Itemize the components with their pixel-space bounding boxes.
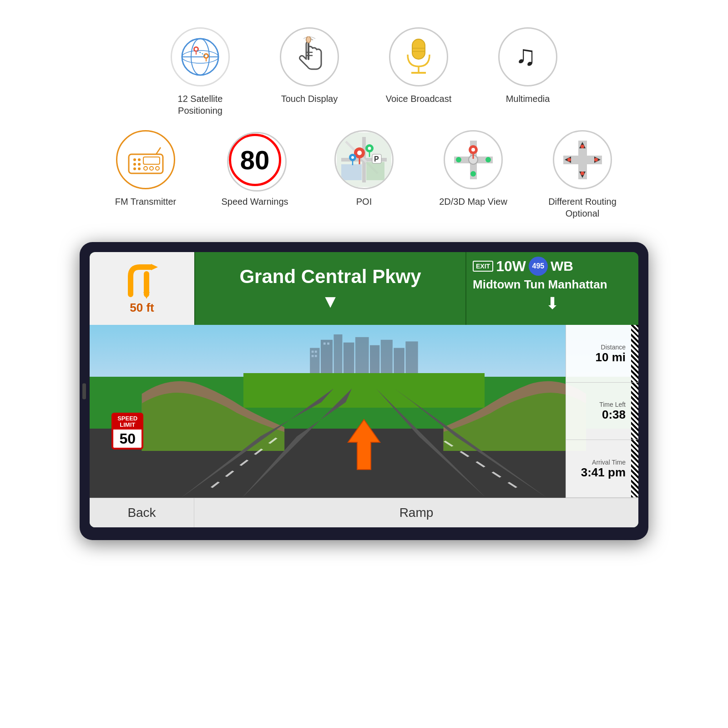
- svg-rect-69: [312, 351, 314, 353]
- satellite-label: 12 Satellite Positioning: [159, 93, 241, 116]
- road-scene-inner: SPEEDLIMIT 50 Distance 10 mi Time Left 0…: [90, 325, 638, 498]
- svg-rect-74: [327, 343, 329, 345]
- svg-rect-30: [366, 162, 384, 180]
- turn-distance: 50 ft: [130, 301, 154, 315]
- svg-point-19: [138, 158, 141, 161]
- time-left-panel: Time Left 0:38: [566, 383, 638, 440]
- svg-point-21: [138, 163, 141, 166]
- svg-point-55: [581, 172, 584, 175]
- poi-label: POI: [356, 196, 372, 207]
- arrival-value: 3:41 pm: [581, 466, 635, 479]
- svg-point-54: [581, 145, 584, 148]
- speed-limit-sign: SPEEDLIMIT 50: [111, 413, 143, 450]
- exit-arrow-down: ⬇: [473, 295, 632, 312]
- svg-line-75: [212, 436, 278, 488]
- svg-point-22: [133, 167, 136, 170]
- exit-down-arrow-icon: ⬇: [546, 295, 559, 312]
- fm-icon-circle: [116, 130, 175, 189]
- routing-label: Different Routing Optional: [541, 196, 623, 219]
- time-left-label: Time Left: [599, 401, 635, 408]
- svg-rect-11: [412, 39, 425, 59]
- svg-rect-70: [315, 351, 317, 353]
- fm-icon: [126, 145, 165, 175]
- speed-sign: 80: [229, 134, 281, 186]
- touch-label: Touch Display: [281, 93, 338, 105]
- svg-point-44: [471, 148, 475, 152]
- svg-text:♫: ♫: [515, 40, 536, 71]
- svg-point-26: [150, 167, 153, 170]
- feature-touch: Touch Display: [268, 27, 350, 116]
- music-icon: ♫: [510, 39, 546, 75]
- back-button[interactable]: Back: [90, 498, 194, 527]
- ramp-button[interactable]: Ramp: [194, 498, 638, 527]
- svg-point-5: [195, 48, 197, 51]
- voice-icon-circle: [389, 27, 448, 86]
- svg-point-18: [133, 158, 136, 161]
- highway-badge: 495: [529, 257, 548, 276]
- exit-destination: Midtown Tun Manhattan: [473, 278, 632, 292]
- info-panels: Distance 10 mi Time Left 0:38 Arrival Ti…: [566, 325, 638, 498]
- highway-number: 495: [532, 262, 545, 270]
- satellite-icon-circle: [171, 27, 230, 86]
- multimedia-label: Multimedia: [506, 93, 550, 105]
- svg-line-28: [156, 147, 161, 154]
- touch-icon-circle: [280, 27, 339, 86]
- svg-point-25: [144, 167, 147, 170]
- fm-label: FM Transmitter: [115, 196, 176, 207]
- features-section: 12 Satellite Positioning: [18, 27, 710, 219]
- distance-panel: Distance 10 mi: [566, 325, 638, 383]
- nav-bottom-bar: Back Ramp: [90, 498, 638, 527]
- map2d3d-icon-circle: [444, 130, 503, 189]
- road-scene: SPEEDLIMIT 50 Distance 10 mi Time Left 0…: [90, 325, 638, 498]
- feature-map2d3d: 2D/3D Map View: [432, 130, 514, 219]
- gps-screen: 50 ft Grand Central Pkwy ▼ EXIT 10W: [90, 252, 638, 527]
- svg-point-46: [456, 157, 461, 162]
- svg-point-47: [485, 157, 491, 162]
- navigation-arrow-icon: [341, 417, 387, 472]
- touch-icon: [291, 36, 328, 77]
- features-row-1: 12 Satellite Positioning: [18, 27, 710, 116]
- routing-icon-circle: [553, 130, 612, 189]
- turn-arrow-icon: [121, 263, 162, 299]
- nav-exit-panel: EXIT 10W 495 WB Midtown Tun Manhattan ⬇: [465, 252, 638, 325]
- nav-top-bar: 50 ft Grand Central Pkwy ▼ EXIT 10W: [90, 252, 638, 325]
- poi-icon-circle: P: [334, 130, 394, 189]
- satellite-icon: [179, 35, 222, 79]
- svg-marker-58: [151, 264, 158, 270]
- nav-road-panel: Grand Central Pkwy ▼: [194, 252, 465, 325]
- voice-label: Voice Broadcast: [386, 93, 452, 105]
- arrival-time-panel: Arrival Time 3:41 pm: [566, 440, 638, 498]
- routing-icon: [561, 138, 604, 182]
- svg-rect-31: [341, 164, 362, 180]
- svg-point-56: [567, 158, 571, 162]
- speed-icon-circle: 80: [225, 130, 284, 189]
- speed-limit-value: 50: [117, 431, 138, 446]
- svg-point-57: [594, 158, 598, 162]
- feature-multimedia: ♫ Multimedia: [487, 27, 569, 116]
- arrival-label: Arrival Time: [592, 459, 635, 466]
- poi-icon: P: [337, 132, 391, 187]
- time-left-value: 0:38: [602, 408, 635, 421]
- feature-satellite: 12 Satellite Positioning: [159, 27, 241, 116]
- map2d3d-icon: [452, 138, 495, 182]
- svg-point-20: [133, 163, 136, 166]
- svg-point-37: [351, 156, 354, 159]
- feature-fm: FM Transmitter: [105, 130, 187, 219]
- svg-text:P: P: [374, 155, 379, 163]
- exit-number: 10W: [496, 258, 526, 275]
- distance-label: Distance: [601, 344, 635, 351]
- speed-number: 80: [240, 145, 270, 175]
- exit-badge: EXIT: [473, 261, 493, 272]
- device-button[interactable]: [82, 383, 86, 399]
- svg-point-33: [357, 151, 362, 155]
- highway-direction: WB: [551, 258, 573, 274]
- svg-rect-73: [324, 343, 326, 345]
- nav-turn-panel: 50 ft: [90, 252, 194, 325]
- speed-label: Speed Warnings: [221, 196, 288, 207]
- voice-icon: [400, 35, 437, 79]
- svg-point-45: [470, 171, 476, 177]
- road-name: Grand Central Pkwy: [239, 266, 421, 288]
- svg-rect-24: [143, 157, 160, 164]
- svg-point-35: [368, 147, 371, 150]
- svg-point-10: [306, 36, 311, 43]
